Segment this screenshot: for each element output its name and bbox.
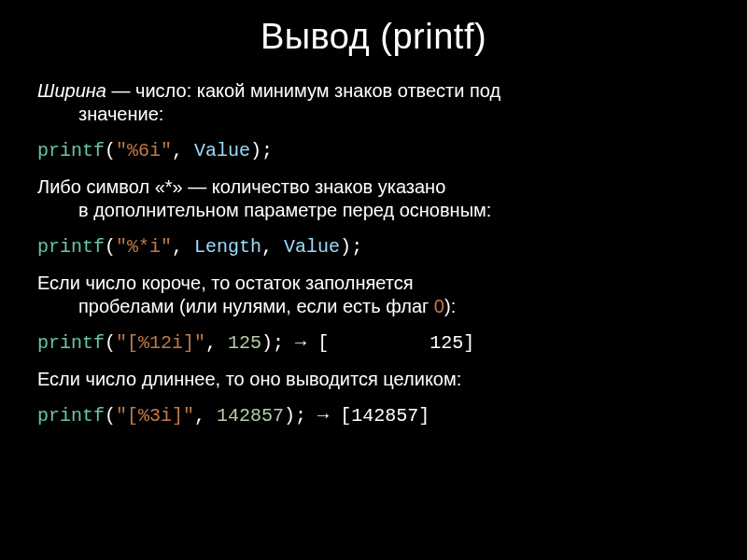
comma: , [194, 405, 217, 427]
semicolon: ; [295, 405, 306, 427]
text: пробелами (или нулями, если есть флаг [78, 296, 434, 316]
arg-length: Length [194, 236, 261, 258]
slide-title: Вывод (printf) [37, 17, 710, 57]
paragraph-width-def: Ширина — число: какой минимум знаков отв… [37, 79, 710, 126]
arrow-icon: → [306, 405, 340, 427]
code-example-1: printf("%6i", Value); [37, 139, 710, 162]
paragraph-padding: Если число короче, то остаток заполняетс… [37, 272, 710, 318]
text: — число: какой минимум знаков отвести по… [106, 80, 500, 101]
slide-body: Ширина — число: какой минимум знаков отв… [37, 79, 710, 427]
arg-number: 142857 [217, 405, 284, 427]
paragraph-star: Либо символ «*» — количество знаков указ… [37, 175, 710, 222]
text: Если число короче, то остаток заполняетс… [37, 273, 414, 293]
output-text: [142857] [340, 405, 430, 427]
format-string: "%*i" [116, 236, 172, 258]
comma: , [205, 332, 228, 354]
text: ): [444, 296, 456, 316]
format-string: "[%3i]" [116, 405, 194, 427]
format-string: "[%12i]" [116, 332, 205, 354]
semicolon: ; [261, 140, 273, 161]
paren-open: ( [105, 236, 116, 258]
paren-close: ) [250, 140, 261, 161]
paren-close: ) [340, 236, 351, 258]
semicolon: ; [351, 236, 362, 258]
paren-open: ( [105, 140, 116, 161]
fn-printf: printf [37, 332, 105, 354]
flag-zero: 0 [434, 296, 444, 316]
text: в дополнительном параметре перед основны… [78, 200, 491, 220]
code-example-3: printf("[%12i]", 125); → [ 125] [37, 331, 710, 355]
paragraph-longer: Если число длиннее, то оно выводится цел… [37, 368, 710, 391]
text: значение: [78, 104, 163, 124]
text: Если число длиннее, то оно выводится цел… [37, 369, 461, 389]
term-width: Ширина [37, 80, 106, 101]
arg-value: Value [194, 140, 250, 161]
semicolon: ; [273, 332, 284, 354]
comma: , [172, 236, 194, 258]
text: Либо символ «*» — количество знаков указ… [37, 176, 445, 197]
fn-printf: printf [37, 140, 105, 161]
format-string: "%6i" [116, 140, 172, 161]
fn-printf: printf [37, 236, 105, 258]
comma: , [261, 236, 284, 258]
arg-value: Value [284, 236, 340, 258]
paren-close: ) [284, 405, 295, 427]
comma: , [172, 140, 194, 161]
arg-number: 125 [228, 332, 261, 354]
fn-printf: printf [37, 405, 105, 427]
paren-close: ) [261, 332, 273, 354]
output-text: [ 125] [317, 332, 474, 354]
code-example-2: printf("%*i", Length, Value); [37, 235, 710, 259]
code-example-4: printf("[%3i]", 142857); → [142857] [37, 404, 710, 427]
paren-open: ( [105, 405, 116, 427]
arrow-icon: → [284, 332, 317, 354]
paren-open: ( [105, 332, 116, 354]
